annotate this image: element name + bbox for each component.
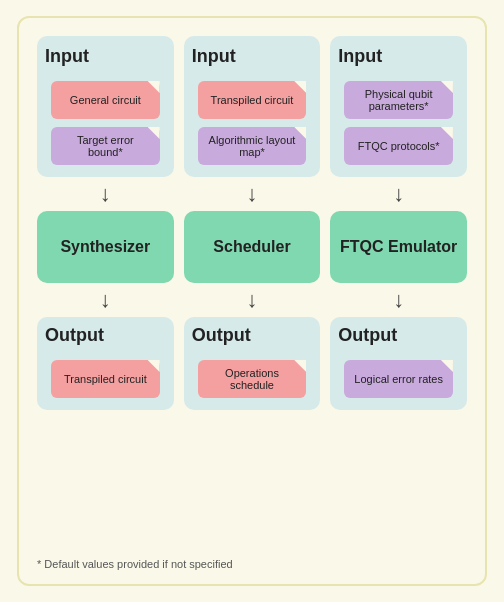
process-box-ftqc: FTQC Emulator xyxy=(330,211,467,283)
output-box-synthesizer: OutputTranspiled circuit xyxy=(37,317,174,410)
input-title-synthesizer: Input xyxy=(45,46,89,67)
input-card-ftqc-0: Physical qubit parameters* xyxy=(344,81,453,119)
footnote: * Default values provided if not specifi… xyxy=(37,554,467,570)
column-ftqc: InputPhysical qubit parameters*FTQC prot… xyxy=(330,36,467,546)
input-card-synthesizer-0: General circuit xyxy=(51,81,160,119)
input-card-scheduler-1: Algorithmic layout map* xyxy=(198,127,307,165)
column-scheduler: InputTranspiled circuitAlgorithmic layou… xyxy=(184,36,321,546)
process-box-synthesizer: Synthesizer xyxy=(37,211,174,283)
arrow-down-2-scheduler: ↓ xyxy=(246,289,257,311)
arrow-down-1-synthesizer: ↓ xyxy=(100,183,111,205)
output-card-scheduler-0: Operations schedule xyxy=(198,360,307,398)
diagram-grid: InputGeneral circuitTarget error bound*↓… xyxy=(37,36,467,546)
input-card-synthesizer-1: Target error bound* xyxy=(51,127,160,165)
input-title-ftqc: Input xyxy=(338,46,382,67)
output-box-ftqc: OutputLogical error rates xyxy=(330,317,467,410)
input-box-synthesizer: InputGeneral circuitTarget error bound* xyxy=(37,36,174,177)
column-synthesizer: InputGeneral circuitTarget error bound*↓… xyxy=(37,36,174,546)
input-box-scheduler: InputTranspiled circuitAlgorithmic layou… xyxy=(184,36,321,177)
output-title-scheduler: Output xyxy=(192,325,251,346)
output-box-scheduler: OutputOperations schedule xyxy=(184,317,321,410)
arrow-down-1-scheduler: ↓ xyxy=(246,183,257,205)
arrow-down-1-ftqc: ↓ xyxy=(393,183,404,205)
arrow-down-2-ftqc: ↓ xyxy=(393,289,404,311)
process-box-scheduler: Scheduler xyxy=(184,211,321,283)
input-title-scheduler: Input xyxy=(192,46,236,67)
output-title-ftqc: Output xyxy=(338,325,397,346)
output-card-synthesizer-0: Transpiled circuit xyxy=(51,360,160,398)
input-box-ftqc: InputPhysical qubit parameters*FTQC prot… xyxy=(330,36,467,177)
input-card-ftqc-1: FTQC protocols* xyxy=(344,127,453,165)
arrow-down-2-synthesizer: ↓ xyxy=(100,289,111,311)
output-title-synthesizer: Output xyxy=(45,325,104,346)
main-container: InputGeneral circuitTarget error bound*↓… xyxy=(17,16,487,586)
output-card-ftqc-0: Logical error rates xyxy=(344,360,453,398)
input-card-scheduler-0: Transpiled circuit xyxy=(198,81,307,119)
